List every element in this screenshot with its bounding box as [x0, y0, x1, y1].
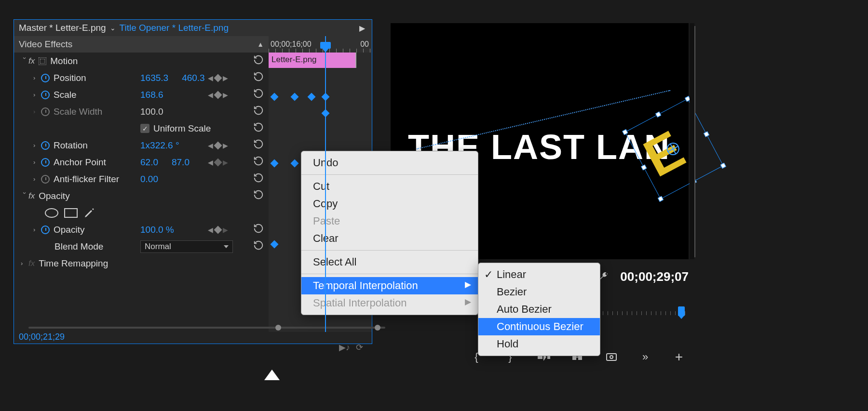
menu-temporal-interpolation[interactable]: Temporal Interpolation▶ — [301, 277, 478, 294]
submenu-auto-bezier[interactable]: Auto Bezier — [478, 301, 600, 318]
position-x-value[interactable]: 1635.3 — [140, 73, 168, 83]
add-keyframe-button[interactable] — [214, 141, 222, 149]
play-audio-icon[interactable]: ▶♪ — [339, 342, 350, 353]
reset-button[interactable] — [253, 54, 264, 67]
ellipse-mask-icon[interactable] — [45, 208, 58, 218]
next-keyframe-button[interactable]: ▶ — [223, 142, 228, 149]
stopwatch-icon[interactable] — [41, 175, 50, 184]
opacity-group[interactable]: › fx Opacity — [14, 187, 269, 204]
keyframe[interactable] — [271, 93, 279, 101]
chevron-right-icon[interactable]: › — [33, 142, 41, 149]
chevron-down-icon[interactable]: › — [21, 192, 28, 200]
stopwatch-icon[interactable] — [41, 141, 50, 150]
reset-button[interactable] — [253, 105, 264, 118]
prev-keyframe-button[interactable]: ◀ — [208, 74, 213, 82]
next-keyframe-button[interactable]: ▶ — [223, 74, 228, 82]
prev-keyframe-button[interactable]: ◀ — [208, 159, 213, 166]
letter-e-graphic[interactable]: E — [634, 107, 715, 190]
play-icon[interactable]: ▶ — [359, 24, 365, 33]
time-remapping-group[interactable]: › fx Time Remapping — [14, 255, 269, 272]
chevron-right-icon[interactable]: › — [21, 260, 28, 267]
resize-handle[interactable] — [704, 131, 709, 137]
collapse-icon[interactable]: ▲ — [257, 40, 264, 48]
next-keyframe-button[interactable]: ▶ — [223, 91, 228, 99]
reset-button[interactable] — [253, 156, 264, 169]
chevron-right-icon[interactable]: › — [33, 159, 41, 166]
video-effects-header[interactable]: Video Effects ▲ — [14, 36, 269, 53]
submenu-hold[interactable]: Hold — [478, 335, 600, 353]
fx-badge-icon[interactable]: fx — [28, 56, 35, 66]
add-keyframe-button[interactable] — [214, 225, 222, 234]
program-timecode[interactable]: 00;00;29;07 — [620, 269, 689, 284]
chevron-right-icon[interactable]: › — [33, 91, 41, 98]
submenu-bezier[interactable]: Bezier — [478, 283, 600, 301]
reset-button[interactable] — [253, 223, 264, 236]
stopwatch-icon[interactable] — [41, 158, 50, 167]
add-keyframe-button[interactable] — [214, 158, 222, 166]
motion-group[interactable]: › fx Motion — [14, 53, 269, 69]
playhead[interactable] — [325, 36, 326, 332]
fx-badge-icon[interactable]: fx — [28, 259, 35, 268]
pen-mask-icon[interactable] — [83, 207, 95, 219]
rectangle-mask-icon[interactable] — [64, 208, 78, 218]
export-frame-icon[interactable] — [605, 351, 618, 363]
prev-keyframe-button[interactable]: ◀ — [208, 91, 213, 99]
chevron-down-icon[interactable]: › — [21, 57, 28, 65]
timeline-zoom-scrollbar[interactable] — [28, 325, 385, 330]
add-keyframe-button[interactable] — [214, 91, 222, 99]
chevron-right-icon[interactable]: › — [33, 175, 41, 183]
menu-cut[interactable]: Cut — [301, 178, 478, 195]
chevron-right-icon[interactable]: › — [33, 226, 41, 233]
current-timecode[interactable]: 00;00;21;29 — [19, 332, 65, 342]
reset-button[interactable] — [253, 139, 264, 152]
program-playhead[interactable] — [678, 306, 685, 316]
keyframe[interactable] — [271, 240, 279, 249]
add-icon[interactable]: + — [672, 351, 686, 363]
stopwatch-icon[interactable] — [41, 225, 50, 234]
keyframe[interactable] — [291, 93, 299, 101]
opacity-value[interactable]: 100.0 % — [140, 225, 174, 235]
scale-value[interactable]: 168.6 — [140, 90, 163, 100]
prev-keyframe-button[interactable]: ◀ — [208, 142, 213, 149]
reset-button[interactable] — [253, 172, 264, 186]
fx-badge-icon[interactable]: fx — [28, 191, 35, 201]
resize-handle[interactable] — [641, 164, 647, 170]
resize-handle[interactable] — [720, 163, 726, 169]
add-keyframe-button[interactable] — [214, 74, 222, 82]
master-clip-label[interactable]: Master * Letter-E.png — [19, 23, 106, 33]
submenu-linear[interactable]: ✓Linear — [478, 266, 600, 283]
anti-flicker-value[interactable]: 0.00 — [140, 174, 158, 185]
blend-mode-select[interactable]: Normal — [140, 240, 233, 253]
rotation-value[interactable]: 1x322.6 ° — [140, 140, 179, 151]
scrollbar-handle[interactable] — [375, 325, 380, 331]
more-icon[interactable]: » — [638, 351, 652, 363]
prev-keyframe-button[interactable]: ◀ — [208, 226, 213, 234]
menu-clear[interactable]: Clear — [301, 230, 478, 247]
next-keyframe-button[interactable]: ▶ — [223, 159, 228, 166]
stopwatch-icon[interactable] — [41, 91, 50, 99]
submenu-continuous-bezier[interactable]: Continuous Bezier — [478, 318, 600, 335]
uniform-scale-checkbox[interactable]: ✓ — [140, 124, 149, 133]
anchor-x-value[interactable]: 62.0 — [140, 157, 158, 168]
clip-bar[interactable]: Letter-E.png — [269, 53, 356, 68]
chevron-right-icon[interactable]: › — [33, 74, 41, 81]
chevron-right-icon[interactable]: › — [33, 108, 41, 115]
keyframe[interactable] — [308, 93, 316, 101]
reset-button[interactable] — [253, 240, 264, 253]
reset-button[interactable] — [253, 88, 264, 101]
resize-handle[interactable] — [658, 196, 664, 202]
reset-button[interactable] — [253, 122, 264, 135]
position-y-value[interactable]: 460.3 — [182, 73, 205, 83]
keyframe[interactable] — [271, 159, 279, 168]
loop-icon[interactable]: ⟳ — [356, 342, 363, 353]
resize-handle[interactable] — [655, 111, 661, 117]
sequence-clip-label[interactable]: Title Opener * Letter-E.png — [120, 23, 229, 33]
anchor-y-value[interactable]: 87.0 — [172, 157, 190, 168]
chevron-down-icon[interactable]: ⌄ — [110, 24, 116, 32]
keyframe[interactable] — [291, 159, 299, 168]
menu-undo[interactable]: Undo — [301, 154, 478, 172]
stopwatch-icon[interactable] — [41, 74, 50, 82]
menu-copy[interactable]: Copy — [301, 195, 478, 212]
reset-button[interactable] — [253, 71, 264, 84]
next-keyframe-button[interactable]: ▶ — [223, 226, 228, 234]
